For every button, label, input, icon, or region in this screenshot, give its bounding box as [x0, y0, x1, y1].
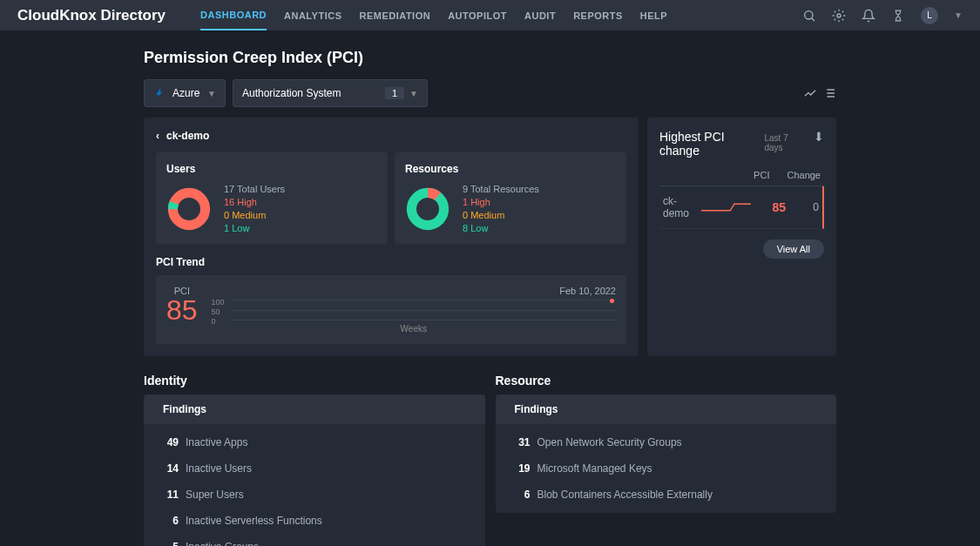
hourglass-icon[interactable] [891, 9, 905, 23]
main-nav: DASHBOARD ANALYTICS REMEDIATION AUTOPILO… [200, 0, 667, 30]
nav-autopilot[interactable]: AUTOPILOT [448, 0, 507, 30]
breadcrumb-name: ck-demo [166, 130, 209, 142]
identity-title: Identity [144, 374, 485, 388]
highest-pci-panel: Highest PCI change Last 7 days ⬇ PCI Cha… [647, 118, 836, 356]
highest-title: Highest PCI change [659, 130, 754, 158]
resource-title: Resource [496, 374, 837, 388]
download-icon[interactable]: ⬇ [814, 130, 824, 144]
resources-low: 8 Low [463, 223, 539, 233]
users-card: Users 17 Total Users 16 High 0 Medium 1 … [156, 152, 388, 244]
users-medium: 0 Medium [224, 210, 285, 220]
chevron-down-icon: ▼ [207, 89, 216, 98]
finding-item[interactable]: 31Open Network Security Groups [496, 429, 837, 455]
finding-item[interactable]: 14Inactive Users [144, 455, 485, 482]
auth-system-dropdown[interactable]: Authorization System 1 ▼ [233, 79, 428, 107]
filter-controls: Azure ▼ Authorization System 1 ▼ [144, 79, 836, 107]
nav-audit[interactable]: AUDIT [524, 0, 556, 30]
list-view-icon[interactable] [822, 86, 836, 100]
provider-dropdown[interactable]: Azure ▼ [144, 79, 226, 107]
resources-donut-icon [405, 186, 450, 232]
table-row[interactable]: ck-demo 85 0 [659, 186, 824, 229]
resource-findings: Resource Findings 31Open Network Securit… [496, 374, 837, 546]
nav-help[interactable]: HELP [640, 0, 667, 30]
identity-findings-list: 49Inactive Apps 14Inactive Users 11Super… [144, 424, 485, 546]
bell-icon[interactable] [862, 9, 875, 23]
page-title: Permission Creep Index (PCI) [144, 49, 836, 67]
main-content: Permission Creep Index (PCI) Azure ▼ Aut… [0, 31, 980, 546]
finding-item[interactable]: 11Super Users [144, 482, 485, 508]
svg-point-1 [837, 14, 841, 17]
row-change: 0 [786, 201, 819, 213]
nav-dashboard[interactable]: DASHBOARD [200, 0, 267, 30]
header-actions: L ▼ [802, 7, 963, 24]
chevron-down-icon: ▼ [409, 89, 418, 98]
app-header: CloudKnox Directory DASHBOARD ANALYTICS … [0, 0, 980, 31]
resource-findings-header: Findings [496, 394, 837, 424]
trend-chart: Feb 10, 2022 100 50 0 Weeks [212, 286, 616, 334]
resources-card: Resources 9 Total Resources 1 High 0 Med… [395, 152, 626, 244]
identity-findings-header: Findings [144, 394, 485, 424]
row-name: ck-demo [663, 195, 701, 219]
sparkline-icon [701, 201, 751, 213]
finding-item[interactable]: 6Inactive Serverless Functions [144, 508, 485, 534]
view-toggle [803, 86, 836, 100]
trend-title: PCI Trend [156, 256, 626, 268]
app-logo: CloudKnox Directory [17, 7, 166, 24]
col-change: Change [787, 170, 821, 180]
users-high: 16 High [224, 197, 285, 207]
user-avatar[interactable]: L [921, 7, 938, 24]
svg-point-0 [805, 10, 813, 18]
view-all-button[interactable]: View All [763, 239, 824, 259]
pci-panel: ‹ ck-demo Users 17 Total Users 16 High 0… [144, 118, 639, 356]
search-icon[interactable] [802, 9, 816, 23]
dashboard-panels: ‹ ck-demo Users 17 Total Users 16 High 0… [144, 118, 836, 356]
highest-range: Last 7 days [764, 133, 803, 152]
chevron-down-icon[interactable]: ▼ [954, 10, 963, 20]
auth-count-badge: 1 [385, 87, 404, 99]
users-donut-icon [166, 186, 212, 232]
finding-item[interactable]: 6Blob Containers Accessible Externally [496, 482, 837, 508]
x-axis-label: Weeks [212, 324, 616, 334]
resources-high: 1 High [463, 197, 539, 207]
findings-section: Identity Findings 49Inactive Apps 14Inac… [144, 374, 836, 546]
users-total: 17 Total Users [224, 184, 285, 194]
col-pci: PCI [754, 170, 769, 180]
y-axis-labels: 100 50 0 [212, 298, 225, 326]
identity-findings: Identity Findings 49Inactive Apps 14Inac… [144, 374, 485, 546]
users-low: 1 Low [224, 223, 285, 233]
resources-medium: 0 Medium [463, 210, 539, 220]
resources-card-title: Resources [405, 163, 616, 175]
azure-icon [153, 87, 166, 99]
chart-point-icon [610, 299, 614, 303]
trend-date: Feb 10, 2022 [212, 286, 616, 296]
provider-label: Azure [172, 87, 199, 99]
row-pci: 85 [761, 200, 786, 214]
nav-reports[interactable]: REPORTS [573, 0, 623, 30]
auth-label: Authorization System [242, 87, 341, 99]
back-icon[interactable]: ‹ [156, 130, 159, 142]
breadcrumb: ‹ ck-demo [156, 130, 626, 142]
finding-item[interactable]: 5Inactive Groups [144, 534, 485, 546]
resource-findings-list: 31Open Network Security Groups 19Microso… [496, 424, 837, 513]
stat-cards: Users 17 Total Users 16 High 0 Medium 1 … [156, 152, 626, 244]
gear-icon[interactable] [832, 9, 846, 23]
trend-panel: PCI 85 Feb 10, 2022 100 50 0 Weeks [156, 275, 626, 344]
chart-view-icon[interactable] [803, 86, 817, 100]
chart-area [231, 300, 616, 320]
nav-analytics[interactable]: ANALYTICS [284, 0, 341, 30]
users-card-title: Users [166, 163, 377, 175]
finding-item[interactable]: 49Inactive Apps [144, 429, 485, 455]
nav-remediation[interactable]: REMEDIATION [359, 0, 430, 30]
table-header: PCI Change [659, 165, 824, 186]
pci-score: PCI 85 [166, 286, 198, 334]
resources-total: 9 Total Resources [463, 184, 539, 194]
pci-value: 85 [166, 296, 198, 324]
finding-item[interactable]: 19Microsoft Managed Keys [496, 455, 837, 482]
